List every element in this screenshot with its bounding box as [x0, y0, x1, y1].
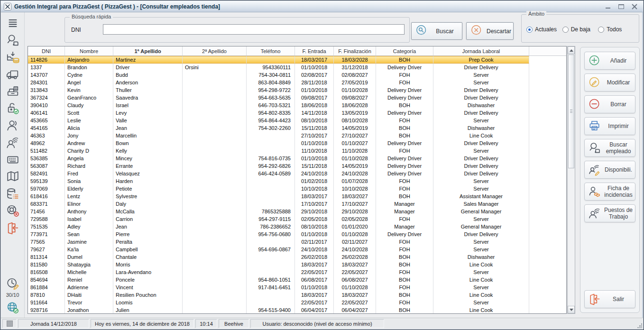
- table-row[interactable]: 77565JasminePeralta02/11/201702/11/2027F…: [28, 238, 566, 246]
- table-row[interactable]: 313843KevinThuller954-298-972201/10/2018…: [28, 86, 566, 94]
- borrar-button[interactable]: Borrar: [584, 95, 635, 113]
- truck-icon[interactable]: [5, 67, 20, 82]
- table-cell: 02/05/2018: [295, 215, 334, 223]
- table-cell: Jony: [65, 132, 113, 139]
- table-row[interactable]: 729588IsabelCarrion954-297-911502/05/201…: [28, 215, 566, 223]
- table-cell-filler: [529, 124, 566, 132]
- scrollbar-down-button[interactable]: [568, 306, 575, 313]
- table-cell: 754-816-0735: [247, 155, 295, 162]
- scrollbar-up-button[interactable]: [568, 46, 575, 54]
- dni-input[interactable]: [103, 24, 405, 35]
- table-cell: Poncele: [113, 276, 183, 284]
- table-row[interactable]: 582491FredVelasquez646-424-058924/10/201…: [28, 170, 566, 177]
- table-row[interactable]: 71456AnthonyMcCalla786532588829/10/20182…: [28, 208, 566, 215]
- table-row[interactable]: 87810DHaitiResilien Pouchon18/03/201718/…: [28, 291, 566, 299]
- puestos-de-trabajo-button[interactable]: Puestos de Trabajo: [584, 204, 635, 222]
- ambito-group-label: Ámbito: [526, 11, 546, 17]
- table-cell: 18/06/2018: [295, 101, 334, 109]
- table-row[interactable]: 595139SoniaHarden01/02/201801/07/2028FOH…: [28, 177, 566, 185]
- table-row[interactable]: 284301AngelAnderson863-804-884928/11/201…: [28, 79, 566, 86]
- descartar-button[interactable]: Descartar: [466, 22, 514, 40]
- resize-grip[interactable]: [635, 321, 643, 329]
- inbox-coins-icon[interactable]: [5, 50, 20, 64]
- table-cell: FOH: [376, 268, 433, 276]
- table-row[interactable]: 79627Ka'laCampbell954-696-086724/10/2018…: [28, 246, 566, 253]
- table-row[interactable]: 683371ElinorDaly17/10/201717/10/2027Mana…: [28, 200, 566, 208]
- cash-register-icon[interactable]: [5, 84, 20, 99]
- globe-check-icon[interactable]: [5, 301, 20, 315]
- table-cell: Ka'la: [65, 246, 113, 253]
- table-row[interactable]: 751535AdleyJean786-238665208/10/201801/0…: [28, 223, 566, 230]
- modificar-button[interactable]: Modificar: [584, 73, 635, 92]
- person-waves-icon[interactable]: [5, 136, 20, 150]
- table-row[interactable]: 854694RenielPoncele954-860-105106/08/201…: [28, 276, 566, 284]
- table-row[interactable]: 773971SeanPierre954-756-068001/10/201801…: [28, 230, 566, 238]
- table-row[interactable]: 390410ClaudyIsrael646-703-532118/06/2018…: [28, 101, 566, 109]
- column-header[interactable]: F. Entrada: [295, 46, 334, 55]
- disponibili-button[interactable]: Disponibili.: [584, 161, 635, 179]
- column-header[interactable]: 1ª Apellido: [113, 46, 183, 55]
- table-row[interactable]: 46363JonyMarcellin27/10/201727/10/2027BO…: [28, 132, 566, 139]
- table-row[interactable]: 48962AndrewBown01/10/201801/10/2027Deliv…: [28, 139, 566, 147]
- lifering-error-icon[interactable]: [5, 204, 20, 218]
- maximize-icon[interactable]: [618, 4, 624, 9]
- search-scroll-icon[interactable]: [5, 33, 20, 47]
- imprimir-button[interactable]: Imprimir: [584, 117, 635, 135]
- table-cell: Driver: [113, 64, 183, 71]
- table-row[interactable]: 114826AlejandroMartinez18/03/201718/03/2…: [28, 56, 566, 64]
- column-header[interactable]: Jornada Laboral: [433, 46, 529, 55]
- database-list-icon[interactable]: [5, 187, 20, 201]
- buscar-button[interactable]: Buscar: [411, 22, 462, 40]
- table-row[interactable]: 928716JonathonJulien954-515-940006/04/20…: [28, 306, 566, 314]
- table-row[interactable]: 911664TrevorLoomis22/05/201722/05/2027FO…: [28, 299, 566, 306]
- ambito-radio-de-baja[interactable]: De baja: [562, 26, 598, 33]
- table-row[interactable]: 406141ScottLevy954-802-833514/11/201813/…: [28, 109, 566, 117]
- quick-search-group-label: Búsqueda rápida: [70, 14, 113, 19]
- scrollbar-thumb[interactable]: [568, 55, 574, 168]
- table-row[interactable]: 618416LentzSylvestre18/03/201718/03/2027…: [28, 192, 566, 200]
- unlock-check-icon[interactable]: [5, 101, 20, 116]
- menu-icon[interactable]: [5, 16, 20, 30]
- column-header-filler: [529, 46, 566, 55]
- table-cell: 22/05/2027: [334, 268, 376, 276]
- table-row[interactable]: 143707CydneBudd754-304-081102/08/201702/…: [28, 71, 566, 79]
- table-row[interactable]: 563087RichardErrante954-292-682615/11/20…: [28, 162, 566, 170]
- table-cell: Jean: [113, 223, 183, 230]
- table-row[interactable]: 453665LeslieValle954-864-442308/10/20180…: [28, 117, 566, 124]
- map-icon[interactable]: [5, 170, 20, 184]
- table-row[interactable]: 536385AngelaMincey754-816-073501/10/2018…: [28, 155, 566, 162]
- table-row[interactable]: 1337BrandonDriverOrsini954336011101/10/2…: [28, 64, 566, 71]
- column-header[interactable]: DNI: [28, 46, 65, 55]
- table-cell: 729588: [28, 215, 65, 223]
- button-label: Disponibili.: [604, 166, 633, 173]
- table-cell: 01/02/2018: [295, 177, 334, 185]
- table-row[interactable]: 816508MichelleLara-Avendano22/05/201722/…: [28, 268, 566, 276]
- table-row[interactable]: 367324GeanFrancoSaavedra954-663-563509/0…: [28, 94, 566, 101]
- person-icon[interactable]: [5, 119, 20, 133]
- ficha-de-incidencias-button[interactable]: Ficha de incidencias: [584, 183, 635, 201]
- table-cell: 77565: [28, 238, 65, 246]
- table-row[interactable]: 511482Charity DKelly11/10/201811/10/2028…: [28, 147, 566, 155]
- table-cell: FOH: [376, 147, 433, 155]
- exit-door-icon[interactable]: [5, 221, 20, 235]
- table-row[interactable]: 811580ShataygiaMorris18/03/201718/03/202…: [28, 261, 566, 268]
- salir-button[interactable]: Salir: [584, 290, 635, 308]
- ambito-radio-actuales[interactable]: Actuales: [526, 26, 562, 33]
- table-row[interactable]: 811314DumelChantale26/02/201826/02/2028B…: [28, 253, 566, 261]
- keyboard-icon[interactable]: [5, 153, 20, 167]
- table-row[interactable]: 861884AdrienneVincent917-841-645101/10/2…: [28, 284, 566, 291]
- table-row[interactable]: 597069ElderlyPetiote10/10/201810/10/2028…: [28, 185, 566, 192]
- column-header[interactable]: Categoría: [376, 46, 433, 55]
- minimize-icon[interactable]: [605, 4, 611, 9]
- table-row[interactable]: 454165AliciaJean754-302-226015/11/201814…: [28, 124, 566, 132]
- clock-edit-icon[interactable]: [5, 277, 20, 291]
- column-header[interactable]: F. Finalización: [334, 46, 376, 55]
- close-icon[interactable]: [632, 4, 637, 9]
- column-header[interactable]: Teléfono: [247, 46, 295, 55]
- column-header[interactable]: 2ª Apellido: [183, 46, 247, 55]
- buscar-empleado-button[interactable]: Buscar empleado: [584, 139, 635, 157]
- a-adir-button[interactable]: Añadir: [584, 52, 635, 70]
- ambito-radio-todos[interactable]: Todos: [598, 26, 634, 33]
- column-header[interactable]: Nombre: [65, 46, 113, 55]
- table-cell: 24/10/2028: [334, 170, 376, 177]
